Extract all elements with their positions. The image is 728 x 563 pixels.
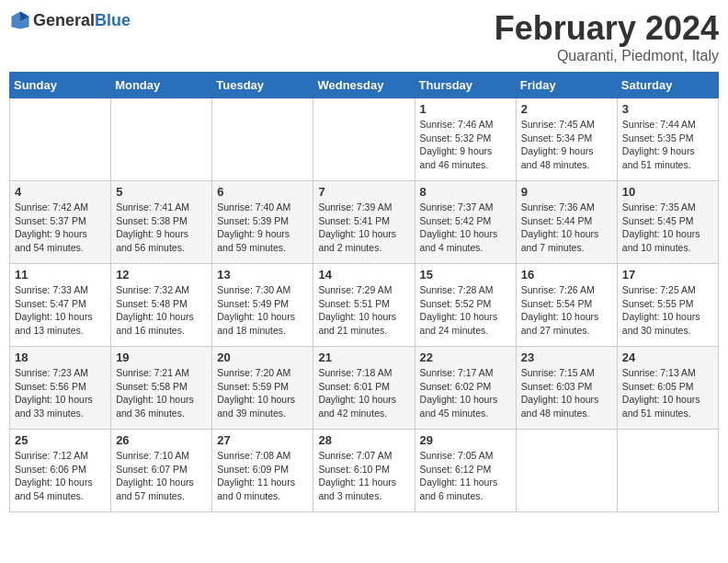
calendar-cell: 29Sunrise: 7:05 AM Sunset: 6:12 PM Dayli… [415, 430, 516, 512]
calendar-cell: 14Sunrise: 7:29 AM Sunset: 5:51 PM Dayli… [313, 264, 415, 347]
calendar-cell: 13Sunrise: 7:30 AM Sunset: 5:49 PM Dayli… [212, 264, 313, 347]
calendar-cell: 12Sunrise: 7:32 AM Sunset: 5:48 PM Dayli… [111, 264, 212, 347]
logo-blue: Blue [95, 11, 131, 29]
calendar-cell: 6Sunrise: 7:40 AM Sunset: 5:39 PM Daylig… [212, 181, 313, 264]
col-header-tuesday: Tuesday [212, 73, 313, 98]
day-info: Sunrise: 7:42 AM Sunset: 5:37 PM Dayligh… [15, 201, 106, 255]
calendar-cell: 27Sunrise: 7:08 AM Sunset: 6:09 PM Dayli… [212, 430, 313, 512]
day-info: Sunrise: 7:46 AM Sunset: 5:32 PM Dayligh… [420, 118, 511, 172]
calendar-cell [212, 98, 313, 181]
calendar-header-row: SundayMondayTuesdayWednesdayThursdayFrid… [10, 73, 719, 98]
calendar-cell: 10Sunrise: 7:35 AM Sunset: 5:45 PM Dayli… [617, 181, 718, 264]
calendar-cell: 9Sunrise: 7:36 AM Sunset: 5:44 PM Daylig… [516, 181, 617, 264]
day-info: Sunrise: 7:40 AM Sunset: 5:39 PM Dayligh… [217, 201, 308, 255]
calendar-cell: 4Sunrise: 7:42 AM Sunset: 5:37 PM Daylig… [10, 181, 111, 264]
day-info: Sunrise: 7:39 AM Sunset: 5:41 PM Dayligh… [318, 201, 409, 255]
day-info: Sunrise: 7:30 AM Sunset: 5:49 PM Dayligh… [217, 283, 308, 338]
calendar-cell: 19Sunrise: 7:21 AM Sunset: 5:58 PM Dayli… [111, 347, 212, 430]
calendar-cell: 21Sunrise: 7:18 AM Sunset: 6:01 PM Dayli… [313, 347, 415, 430]
calendar-cell: 3Sunrise: 7:44 AM Sunset: 5:35 PM Daylig… [617, 98, 718, 181]
day-info: Sunrise: 7:18 AM Sunset: 6:01 PM Dayligh… [318, 366, 409, 420]
calendar-cell: 17Sunrise: 7:25 AM Sunset: 5:55 PM Dayli… [617, 264, 718, 347]
day-number: 10 [622, 185, 713, 199]
page-title: February 2024 [495, 9, 719, 48]
day-number: 9 [521, 185, 612, 199]
day-number: 29 [420, 433, 511, 447]
calendar-cell: 22Sunrise: 7:17 AM Sunset: 6:02 PM Dayli… [415, 347, 516, 430]
col-header-sunday: Sunday [10, 73, 111, 98]
calendar-cell [10, 98, 111, 181]
day-info: Sunrise: 7:07 AM Sunset: 6:10 PM Dayligh… [318, 449, 409, 503]
day-number: 19 [116, 350, 207, 364]
calendar-cell: 18Sunrise: 7:23 AM Sunset: 5:56 PM Dayli… [10, 347, 111, 430]
day-number: 8 [420, 185, 511, 199]
day-number: 28 [318, 433, 409, 447]
calendar-week-row: 11Sunrise: 7:33 AM Sunset: 5:47 PM Dayli… [10, 264, 719, 347]
calendar-cell: 8Sunrise: 7:37 AM Sunset: 5:42 PM Daylig… [415, 181, 516, 264]
day-info: Sunrise: 7:12 AM Sunset: 6:06 PM Dayligh… [15, 449, 106, 503]
calendar-cell: 1Sunrise: 7:46 AM Sunset: 5:32 PM Daylig… [415, 98, 516, 181]
day-number: 7 [318, 185, 409, 199]
day-number: 16 [521, 268, 612, 282]
calendar-table: SundayMondayTuesdayWednesdayThursdayFrid… [9, 72, 719, 512]
day-number: 17 [622, 268, 713, 282]
col-header-friday: Friday [516, 73, 617, 98]
calendar-cell: 7Sunrise: 7:39 AM Sunset: 5:41 PM Daylig… [313, 181, 415, 264]
day-number: 1 [420, 102, 511, 116]
day-number: 26 [116, 433, 207, 447]
day-number: 2 [521, 102, 612, 116]
calendar-week-row: 1Sunrise: 7:46 AM Sunset: 5:32 PM Daylig… [10, 98, 719, 181]
day-info: Sunrise: 7:44 AM Sunset: 5:35 PM Dayligh… [622, 118, 713, 172]
day-info: Sunrise: 7:29 AM Sunset: 5:51 PM Dayligh… [318, 283, 409, 338]
day-info: Sunrise: 7:21 AM Sunset: 5:58 PM Dayligh… [116, 366, 207, 420]
title-block: February 2024 Quaranti, Piedmont, Italy [495, 9, 719, 64]
day-number: 22 [420, 350, 511, 364]
day-number: 4 [15, 185, 106, 199]
day-info: Sunrise: 7:17 AM Sunset: 6:02 PM Dayligh… [420, 366, 511, 420]
calendar-cell: 11Sunrise: 7:33 AM Sunset: 5:47 PM Dayli… [10, 264, 111, 347]
page-header: GeneralBlue February 2024 Quaranti, Pied… [9, 9, 719, 64]
calendar-cell [313, 98, 415, 181]
logo: GeneralBlue [9, 9, 131, 31]
day-info: Sunrise: 7:33 AM Sunset: 5:47 PM Dayligh… [15, 283, 106, 338]
calendar-cell: 15Sunrise: 7:28 AM Sunset: 5:52 PM Dayli… [415, 264, 516, 347]
day-info: Sunrise: 7:28 AM Sunset: 5:52 PM Dayligh… [420, 283, 511, 338]
day-number: 14 [318, 268, 409, 282]
calendar-week-row: 25Sunrise: 7:12 AM Sunset: 6:06 PM Dayli… [10, 430, 719, 512]
day-info: Sunrise: 7:15 AM Sunset: 6:03 PM Dayligh… [521, 366, 612, 420]
calendar-cell: 26Sunrise: 7:10 AM Sunset: 6:07 PM Dayli… [111, 430, 212, 512]
calendar-cell [617, 430, 718, 512]
col-header-wednesday: Wednesday [313, 73, 415, 98]
day-info: Sunrise: 7:26 AM Sunset: 5:54 PM Dayligh… [521, 283, 612, 338]
day-info: Sunrise: 7:05 AM Sunset: 6:12 PM Dayligh… [420, 449, 511, 503]
calendar-cell [516, 430, 617, 512]
day-info: Sunrise: 7:10 AM Sunset: 6:07 PM Dayligh… [116, 449, 207, 503]
day-info: Sunrise: 7:08 AM Sunset: 6:09 PM Dayligh… [217, 449, 308, 503]
day-number: 6 [217, 185, 308, 199]
day-info: Sunrise: 7:23 AM Sunset: 5:56 PM Dayligh… [15, 366, 106, 420]
day-number: 23 [521, 350, 612, 364]
calendar-cell: 16Sunrise: 7:26 AM Sunset: 5:54 PM Dayli… [516, 264, 617, 347]
calendar-cell: 24Sunrise: 7:13 AM Sunset: 6:05 PM Dayli… [617, 347, 718, 430]
day-number: 20 [217, 350, 308, 364]
day-number: 3 [622, 102, 713, 116]
day-info: Sunrise: 7:45 AM Sunset: 5:34 PM Dayligh… [521, 118, 612, 172]
day-number: 27 [217, 433, 308, 447]
day-number: 21 [318, 350, 409, 364]
page-location: Quaranti, Piedmont, Italy [495, 48, 719, 64]
calendar-week-row: 4Sunrise: 7:42 AM Sunset: 5:37 PM Daylig… [10, 181, 719, 264]
day-info: Sunrise: 7:36 AM Sunset: 5:44 PM Dayligh… [521, 201, 612, 255]
day-info: Sunrise: 7:41 AM Sunset: 5:38 PM Dayligh… [116, 201, 207, 255]
day-number: 5 [116, 185, 207, 199]
day-number: 18 [15, 350, 106, 364]
day-number: 12 [116, 268, 207, 282]
calendar-cell [111, 98, 212, 181]
logo-general: General [33, 11, 95, 29]
col-header-saturday: Saturday [617, 73, 718, 98]
day-info: Sunrise: 7:13 AM Sunset: 6:05 PM Dayligh… [622, 366, 713, 420]
col-header-monday: Monday [111, 73, 212, 98]
day-number: 15 [420, 268, 511, 282]
day-number: 11 [15, 268, 106, 282]
calendar-cell: 25Sunrise: 7:12 AM Sunset: 6:06 PM Dayli… [10, 430, 111, 512]
day-info: Sunrise: 7:32 AM Sunset: 5:48 PM Dayligh… [116, 283, 207, 338]
